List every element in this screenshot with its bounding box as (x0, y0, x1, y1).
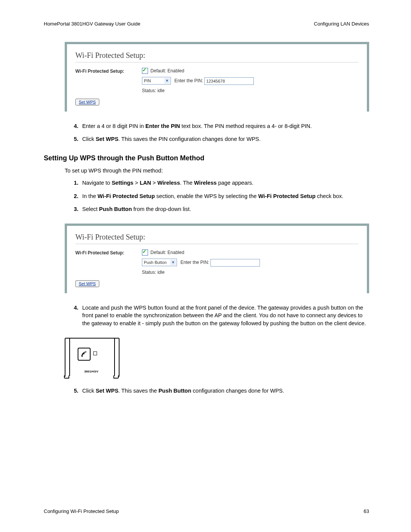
wps-label: Wi-Fi Protected Setup: (75, 68, 142, 74)
header-right: Configuring LAN Devices (314, 21, 369, 27)
step-c4: Locate and push the WPS button found at … (80, 304, 369, 327)
wps-button-icon (78, 348, 91, 361)
pin-label: Enter the PIN: (174, 78, 203, 83)
wps-method-select[interactable]: PIN ▼ (142, 77, 171, 85)
select-value: Push Button (144, 260, 170, 265)
step-b2: In the Wi-Fi Protected Setup section, en… (80, 192, 369, 200)
panel-title: Wi-Fi Protected Setup: (75, 51, 358, 60)
footer-left: Configuring Wi-Fi Protected Setup (44, 508, 119, 514)
svg-point-0 (81, 356, 83, 357)
wps-panel-pushbutton: Wi-Fi Protected Setup: Wi-Fi Protected S… (65, 224, 369, 293)
status-text: Status: idle (142, 270, 358, 275)
wps-checkbox[interactable] (142, 249, 148, 256)
select-value: PIN (144, 78, 164, 83)
device-front-panel-illustration: 3801HGV (65, 338, 118, 378)
steps-list-a: Enter a 4 or 8 digit PIN in Enter the PI… (65, 122, 369, 143)
steps-list-c: Locate and push the WPS button found at … (65, 304, 369, 327)
panel-title: Wi-Fi Protected Setup: (75, 233, 358, 241)
set-wps-button[interactable]: Set WPS (75, 99, 99, 105)
wifi-icon (81, 351, 88, 358)
step-b3: Select Push Button from the drop-down li… (80, 205, 369, 213)
pin-input[interactable] (210, 259, 260, 267)
wps-panel-pin: Wi-Fi Protected Setup: Wi-Fi Protected S… (65, 42, 369, 112)
lead-text: To set up WPS through the PIN method: (65, 168, 369, 174)
status-text: Status: idle (142, 88, 358, 93)
steps-list-b: Navigate to Settings > LAN > Wireless. T… (65, 179, 369, 213)
wps-checkbox[interactable] (142, 68, 148, 74)
section-heading: Setting Up WPS through the Push Button M… (44, 154, 369, 162)
step-b1: Navigate to Settings > LAN > Wireless. T… (80, 179, 369, 187)
divider (75, 62, 358, 62)
pin-input[interactable]: 12345678 (204, 77, 254, 85)
page-number: 63 (364, 508, 369, 514)
step-a5: Click Set WPS. This saves the PIN config… (80, 135, 369, 143)
default-enabled-text: Default: Enabled (150, 250, 184, 255)
chevron-down-icon: ▼ (170, 260, 176, 265)
set-wps-button[interactable]: Set WPS (75, 280, 99, 287)
header-left: HomePortal 3801HGV Gateway User Guide (44, 21, 140, 27)
step-c5: Click Set WPS. This saves the Push Butto… (80, 387, 369, 395)
steps-list-c2: Click Set WPS. This saves the Push Butto… (65, 387, 369, 395)
pin-label: Enter the PIN: (180, 260, 209, 265)
wps-method-select[interactable]: Push Button ▼ (142, 259, 177, 266)
device-model-label: 3801HGV (65, 370, 118, 373)
chevron-down-icon: ▼ (164, 78, 170, 83)
led-indicator-icon (93, 351, 97, 355)
divider (75, 244, 358, 244)
wps-label: Wi-Fi Protected Setup: (75, 249, 142, 256)
default-enabled-text: Default: Enabled (150, 68, 184, 73)
step-a4: Enter a 4 or 8 digit PIN in Enter the PI… (80, 122, 369, 130)
